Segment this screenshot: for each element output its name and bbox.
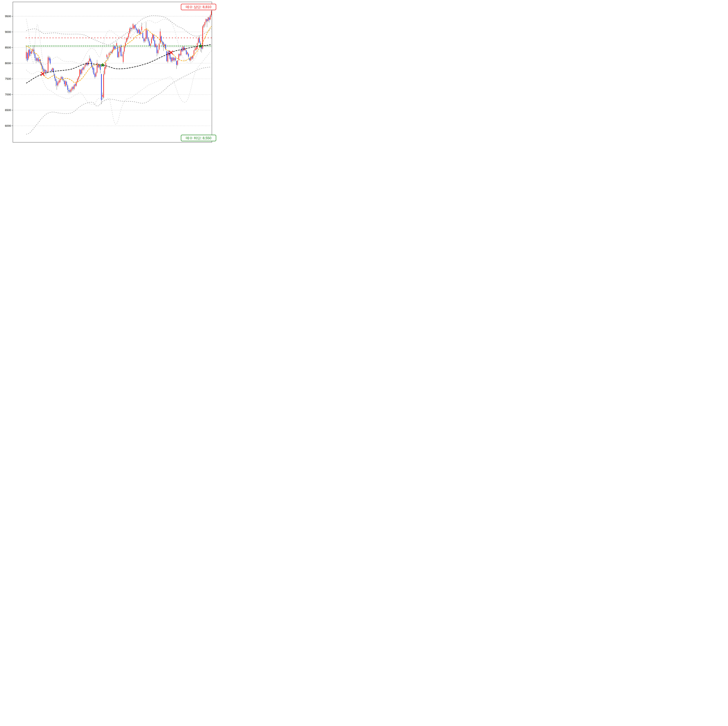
candle-up <box>70 90 71 92</box>
ytick-label-7000: 7000 <box>5 93 11 96</box>
candle-down <box>176 61 177 65</box>
candle-up <box>61 77 61 79</box>
candle-down <box>179 54 180 55</box>
candle-up <box>78 77 79 79</box>
candle-down <box>137 30 138 33</box>
ytick-label-9000: 9000 <box>5 31 11 34</box>
candle-up <box>84 67 84 69</box>
candle-down <box>38 58 38 61</box>
candle-up <box>203 24 204 27</box>
candle-up <box>187 52 188 54</box>
ytick-label-8000: 8000 <box>5 62 11 65</box>
candle-down <box>149 41 150 46</box>
candle-up <box>180 50 181 55</box>
candle-up <box>107 55 107 57</box>
candle-up <box>206 19 206 22</box>
candle-down <box>51 70 52 71</box>
candle-up <box>89 58 90 61</box>
candle-down <box>168 51 169 55</box>
candle-down <box>50 58 50 63</box>
candle-down <box>73 87 73 89</box>
candle-up <box>164 44 165 46</box>
ytick-label-7500: 7500 <box>5 77 11 80</box>
candle-up <box>58 82 58 85</box>
candle-down <box>53 69 54 73</box>
candle-up <box>26 52 26 58</box>
candle-down <box>27 53 28 60</box>
candle-down <box>30 52 31 53</box>
candle-down <box>46 70 46 73</box>
ytick-label-8500: 8500 <box>5 46 11 49</box>
candle-up <box>197 43 197 49</box>
candle-down <box>83 68 83 70</box>
candle-up <box>119 47 120 52</box>
band-dark-upper-path <box>26 15 211 45</box>
candle-down <box>92 67 93 69</box>
candle-up <box>174 58 174 60</box>
candle-down <box>57 81 57 85</box>
ytick-label-6000: 6000 <box>5 124 11 127</box>
candle-down <box>142 33 143 38</box>
candle-down <box>165 44 166 49</box>
candle-up <box>132 29 132 29</box>
candle-up <box>116 43 117 46</box>
candle-up <box>156 44 156 47</box>
candle-down <box>67 85 68 90</box>
candle-down <box>75 84 76 86</box>
candle-up <box>196 47 196 50</box>
candle-down <box>154 41 155 47</box>
candle-up <box>134 26 135 29</box>
band-light-lower <box>26 50 211 124</box>
candle-down <box>188 54 189 56</box>
candle-up <box>152 34 153 38</box>
candle-up <box>48 57 48 72</box>
candle-up <box>127 38 128 40</box>
candle-down <box>101 74 102 100</box>
candle-up <box>74 85 74 89</box>
y-axis-layer: 60006500700075008000850090009500 <box>5 15 13 127</box>
candle-down <box>115 47 116 49</box>
candle-up <box>172 58 172 61</box>
buy-upper-annotation-box: 매수 상단: 8,810 <box>181 4 216 10</box>
candle-down <box>175 58 176 60</box>
candle-up <box>88 61 89 65</box>
candle-down <box>135 25 135 28</box>
candle-down <box>207 19 207 21</box>
candle-down <box>153 35 154 41</box>
candle-down <box>189 58 190 60</box>
candle-down <box>100 65 101 70</box>
candle-down <box>35 54 35 58</box>
candle-down <box>90 59 91 61</box>
ma-slow-black-dashed-path <box>26 44 212 83</box>
candlestick-plot: 60006500700075008000850090009500 <box>0 0 216 145</box>
candle-up <box>96 73 96 76</box>
candle-up <box>123 52 124 62</box>
candle-up <box>178 54 179 60</box>
candle-up <box>28 50 29 58</box>
candlestick-chart-page: { "annotations": { "buy_upper_label": "매… <box>0 0 216 145</box>
hlines-layer <box>26 38 212 46</box>
candle-up <box>202 26 203 49</box>
candle-down <box>114 46 115 49</box>
candle-down <box>173 58 174 60</box>
band-light-lower-path <box>26 50 211 124</box>
candle-up <box>210 15 211 19</box>
candle-up <box>37 58 37 61</box>
candle-up <box>85 65 85 67</box>
buy-lower-annotation-text: 매수 하단: 8,550 <box>186 136 211 140</box>
candle-up <box>72 87 72 90</box>
candle-down <box>36 58 37 61</box>
buy-lower-annotation-box: 매수 하단: 8,550 <box>181 135 216 141</box>
candle-up <box>125 43 125 46</box>
candle-up <box>185 48 185 50</box>
candle-down <box>186 50 187 54</box>
candle-down <box>191 57 192 58</box>
candle-down <box>161 37 162 41</box>
candle-down <box>62 77 63 79</box>
candle-down <box>69 90 69 92</box>
candle-up <box>130 29 130 33</box>
candle-down <box>148 38 148 41</box>
candle-up <box>44 70 45 72</box>
candle-down <box>184 47 185 50</box>
candle-up <box>159 44 159 49</box>
